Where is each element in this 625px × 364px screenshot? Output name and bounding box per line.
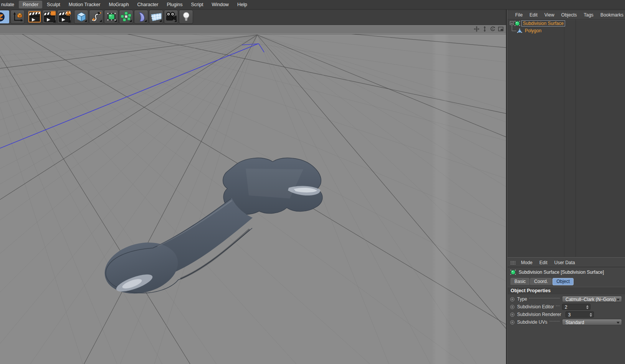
camera-button[interactable] xyxy=(164,10,178,24)
main-toolbar xyxy=(0,9,506,25)
light-button[interactable] xyxy=(179,10,193,24)
floor-grid-icon xyxy=(150,11,162,23)
stepper-arrows-icon[interactable] xyxy=(590,313,592,317)
type-dropdown[interactable]: Catmull–Clark (N–Gons) xyxy=(562,296,622,302)
subdivision-editor-input[interactable]: 2 xyxy=(562,304,590,310)
subdivide-uvs-dropdown[interactable]: Standard xyxy=(562,319,622,325)
panel-divider[interactable] xyxy=(506,9,507,364)
viewport-header xyxy=(0,25,506,34)
clapperboard-region-icon xyxy=(43,11,56,23)
tree-connector xyxy=(512,25,516,31)
om-menu-edit[interactable]: Edit xyxy=(526,12,541,18)
om-menu-file[interactable]: File xyxy=(512,12,526,18)
cinema4d-window: nulate Render Sculpt Motion Tracker MoGr… xyxy=(0,0,625,364)
render-view-button[interactable] xyxy=(27,10,41,24)
chevron-down-icon xyxy=(617,322,620,324)
column-divider[interactable] xyxy=(575,20,576,257)
om-menu-objects[interactable]: Objects xyxy=(558,12,580,18)
viewport-canvas[interactable] xyxy=(0,34,506,364)
clapperboard-frame-icon xyxy=(28,11,41,23)
stepper-arrows-icon[interactable] xyxy=(586,305,589,309)
property-label: Type xyxy=(517,296,527,302)
object-label[interactable]: Subdivision Surface xyxy=(521,20,565,26)
column-divider[interactable] xyxy=(564,20,564,257)
chevron-down-icon xyxy=(617,299,620,301)
attribute-manager-menubar: Mode Edit User Data xyxy=(508,258,625,267)
property-row-type: Type Catmull–Clark (N–Gons) xyxy=(508,295,625,303)
tree-row-polygon[interactable]: Polygon xyxy=(508,27,625,34)
tree-row-subdivision-surface[interactable]: Subdivision Surface ✓ xyxy=(508,20,625,27)
menu-window[interactable]: Window xyxy=(208,1,232,8)
subdivision-cube-icon xyxy=(105,11,117,23)
toggle-view-icon[interactable] xyxy=(498,26,504,32)
cube-icon xyxy=(75,11,88,23)
render-region-button[interactable] xyxy=(42,10,56,24)
menu-mograph[interactable]: MoGraph xyxy=(105,1,132,8)
polygon-icon xyxy=(517,28,522,34)
object-manager-menubar: File Edit View Objects Tags Bookmarks xyxy=(508,11,625,20)
property-row-subdivision-editor: Subdivision Editor 2 xyxy=(508,303,625,311)
camera-icon xyxy=(165,11,177,23)
axes-cube-icon xyxy=(12,11,24,23)
menu-simulate[interactable]: nulate xyxy=(0,1,18,8)
om-menu-tags[interactable]: Tags xyxy=(580,12,597,18)
om-menu-bookmarks[interactable]: Bookmarks xyxy=(597,12,625,18)
subdivision-surface-icon xyxy=(510,269,516,275)
section-object-properties: Object Properties xyxy=(508,287,625,294)
pan-icon[interactable] xyxy=(473,26,480,32)
menu-render[interactable]: Render xyxy=(19,1,42,8)
property-label: Subdivision Editor xyxy=(517,304,554,309)
dolly-icon[interactable] xyxy=(481,26,488,32)
keyframe-ring-icon[interactable] xyxy=(510,297,514,301)
light-bulb-icon xyxy=(180,11,192,23)
attribute-tabs: Basic Coord. Object xyxy=(511,278,574,285)
deformer-button[interactable] xyxy=(134,10,148,24)
property-label: Subdivision Renderer xyxy=(517,312,561,317)
subdivision-surface-button[interactable] xyxy=(104,10,118,24)
tab-coord[interactable]: Coord. xyxy=(530,278,552,285)
menu-plugins[interactable]: Plugins xyxy=(163,1,186,8)
collapse-toggle-icon[interactable] xyxy=(510,21,514,25)
am-menu-mode[interactable]: Mode xyxy=(518,260,536,265)
add-primitive-button[interactable] xyxy=(74,10,88,24)
dotted-leader xyxy=(549,321,560,321)
keyframe-ring-icon[interactable] xyxy=(510,320,514,324)
om-menu-view[interactable]: View xyxy=(541,12,558,18)
tab-object[interactable]: Object xyxy=(552,278,574,285)
world-axis xyxy=(0,44,264,148)
deformer-icon xyxy=(135,11,147,23)
menu-motion-tracker[interactable]: Motion Tracker xyxy=(65,1,104,8)
undo-button[interactable] xyxy=(0,10,10,24)
dotted-leader xyxy=(556,306,560,306)
array-button[interactable] xyxy=(119,10,133,24)
main-menubar: nulate Render Sculpt Motion Tracker MoGr… xyxy=(0,0,625,10)
coordinates-button[interactable] xyxy=(10,10,25,24)
dotted-leader xyxy=(529,298,560,298)
am-menu-user-data[interactable]: User Data xyxy=(551,260,579,265)
object-label[interactable]: Polygon xyxy=(524,28,542,33)
menu-help[interactable]: Help xyxy=(233,1,251,8)
property-row-subdivision-renderer: Subdivision Renderer 3 xyxy=(508,311,625,318)
keyframe-ring-icon[interactable] xyxy=(510,313,514,317)
object-tree: Subdivision Surface ✓ xyxy=(508,20,625,257)
array-icon xyxy=(120,11,132,23)
floor-button[interactable] xyxy=(149,10,163,24)
tab-basic[interactable]: Basic xyxy=(511,278,529,285)
menu-script[interactable]: Script xyxy=(187,1,207,8)
render-settings-button[interactable] xyxy=(57,10,71,24)
property-row-subdivide-uvs: Subdivide UVs Standard xyxy=(508,318,625,326)
am-menu-edit[interactable]: Edit xyxy=(536,260,551,265)
grip-icon[interactable] xyxy=(510,261,516,265)
orbit-icon[interactable] xyxy=(489,26,496,32)
keyframe-ring-icon[interactable] xyxy=(510,305,514,309)
property-label: Subdivide UVs xyxy=(517,319,547,325)
menu-sculpt[interactable]: Sculpt xyxy=(43,1,64,8)
right-panel: File Edit View Objects Tags Bookmarks Su… xyxy=(508,9,625,364)
subdivision-renderer-input[interactable]: 3 xyxy=(565,311,594,318)
viewport-3d-scene xyxy=(0,34,506,364)
attribute-manager: Mode Edit User Data Subdivision Surface … xyxy=(508,257,625,364)
clapperboard-gear-icon xyxy=(58,11,71,23)
pen-spline-icon xyxy=(90,11,103,23)
spline-pen-button[interactable] xyxy=(89,10,103,24)
menu-character[interactable]: Character xyxy=(134,1,162,8)
